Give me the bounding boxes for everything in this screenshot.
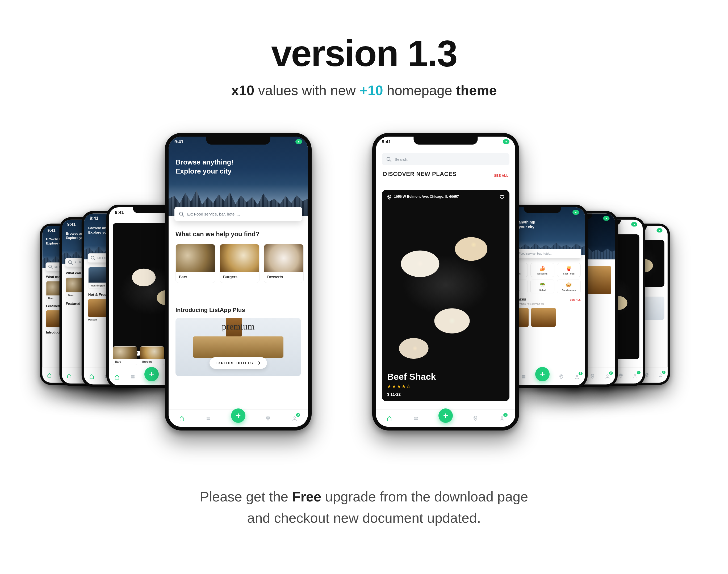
page-subline: x10 values with new +10 homepage theme (0, 82, 728, 98)
search-placeholder: Ex: Food service, bar, hotel,... (187, 212, 240, 216)
search-input[interactable]: Search... (382, 153, 509, 165)
tab-list[interactable] (520, 373, 528, 381)
tab-profile[interactable]: 2 (573, 373, 581, 381)
see-all-link[interactable]: SEE ALL (494, 174, 508, 177)
add-button[interactable]: + (535, 367, 549, 381)
svg-point-28 (294, 417, 295, 418)
search-input[interactable]: Ex: Food service, bar, hotel,... (175, 207, 302, 221)
explore-hotels-button[interactable]: EXPLORE HOTELS (209, 357, 267, 369)
category-card-bars[interactable]: Bars (176, 244, 215, 283)
section-title: What can we help you find? (176, 230, 301, 238)
section-title: DISCOVER NEW PLACES (383, 171, 457, 177)
search-icon (48, 264, 53, 269)
section-listapp-plus: Introducing ListApp Plus premium EXPLORE… (176, 307, 301, 376)
svg-point-29 (387, 157, 390, 161)
promo-script-label: premium (222, 322, 255, 332)
tab-home[interactable] (46, 371, 53, 378)
svg-point-22 (180, 212, 183, 215)
heart-icon[interactable] (499, 195, 505, 200)
chip-sandwich[interactable]: 🥪Sandwiches (557, 280, 581, 293)
battery-pill: ● (503, 139, 509, 144)
phone-mockup-a: 9:41 ● Browse anything!Explore your city… (165, 133, 312, 430)
svg-point-53 (660, 374, 661, 375)
category-card[interactable]: Burgers (140, 346, 164, 365)
svg-line-1 (51, 268, 52, 269)
rating-stars: ★★★★☆ (387, 383, 504, 389)
place-card[interactable]: 1056 W Belmont Ave, Chicago, IL 60657 Be… (382, 190, 509, 401)
tab-home[interactable] (385, 414, 393, 422)
badge: 2 (503, 413, 507, 417)
svg-point-35 (501, 417, 503, 418)
tab-list[interactable] (204, 414, 213, 422)
tab-list[interactable] (412, 414, 420, 422)
status-time: 9:41 (175, 139, 184, 145)
promo-banner[interactable]: premium EXPLORE HOTELS (176, 318, 301, 376)
svg-point-31 (388, 196, 390, 198)
home-icon (179, 416, 185, 421)
subline-mid1: values with new (254, 83, 359, 98)
svg-rect-38 (522, 375, 525, 376)
add-button[interactable]: + (231, 408, 245, 423)
svg-rect-26 (207, 419, 210, 420)
tab-profile[interactable]: 2 (632, 372, 639, 379)
badge: 2 (296, 413, 300, 417)
add-button[interactable]: + (144, 367, 159, 381)
category-image (264, 244, 303, 272)
category-image (176, 244, 215, 272)
tab-profile[interactable]: 2 (291, 414, 299, 422)
subline-theme: theme (456, 83, 497, 98)
add-button[interactable]: + (438, 408, 453, 423)
tab-list[interactable] (129, 373, 137, 381)
tab-pin[interactable] (589, 372, 597, 380)
tab-home[interactable] (178, 414, 186, 422)
svg-rect-33 (414, 419, 417, 420)
list-icon (206, 416, 211, 421)
tab-home[interactable] (88, 372, 95, 380)
arrow-right-icon (256, 360, 261, 366)
list-icon (413, 416, 419, 421)
tab-home[interactable] (66, 372, 73, 379)
tab-pin[interactable] (557, 373, 565, 381)
tab-home[interactable] (113, 373, 121, 381)
footer-copy: Please get the Free upgrade from the dow… (0, 486, 728, 529)
category-label: Burgers (220, 272, 259, 283)
svg-point-49 (635, 374, 636, 376)
category-card-burgers[interactable]: Burgers (220, 244, 260, 283)
place-address: 1056 W Belmont Ave, Chicago, IL 60657 (387, 195, 459, 200)
hero-title: Browse anything!Explore your city (176, 158, 233, 176)
svg-line-13 (94, 259, 95, 260)
svg-rect-25 (207, 417, 210, 418)
svg-point-40 (561, 375, 562, 377)
svg-rect-39 (522, 377, 525, 378)
phone-mockup-b: 9:41 ● Search... DISCOVER NEW PLACES SEE… (372, 133, 519, 430)
tab-profile[interactable]: 2 (604, 372, 612, 380)
tabbar: + 2 (168, 409, 308, 427)
category-card-desserts[interactable]: Desserts (264, 244, 304, 283)
list-item[interactable] (531, 308, 556, 327)
chip-desserts[interactable]: 🍰Desserts (530, 263, 554, 277)
home-icon (387, 416, 392, 421)
svg-line-30 (390, 160, 391, 162)
svg-point-12 (91, 256, 94, 259)
see-all-link[interactable]: SEE ALL (570, 298, 581, 301)
home-icon (47, 373, 51, 377)
search-icon (386, 157, 391, 162)
pin-icon (265, 416, 271, 421)
category-card[interactable]: Bars (113, 346, 137, 365)
tab-profile[interactable]: 2 (657, 371, 664, 378)
category-label: Desserts (264, 272, 303, 283)
chip-fastfood[interactable]: 🍟Fast Food (557, 263, 581, 277)
tab-pin[interactable] (471, 414, 480, 422)
svg-point-52 (646, 374, 647, 375)
svg-rect-32 (414, 417, 417, 418)
tab-pin[interactable] (264, 414, 272, 422)
tab-pin[interactable] (617, 372, 625, 379)
tab-profile[interactable]: 2 (498, 414, 506, 422)
chip-salad[interactable]: 🥗Salad (530, 280, 554, 293)
svg-line-23 (182, 215, 184, 216)
tabbar: + 2 (376, 409, 515, 427)
svg-rect-19 (131, 377, 134, 378)
svg-rect-18 (131, 375, 134, 376)
subline-plus10: +10 (359, 83, 383, 98)
svg-point-41 (576, 375, 578, 377)
